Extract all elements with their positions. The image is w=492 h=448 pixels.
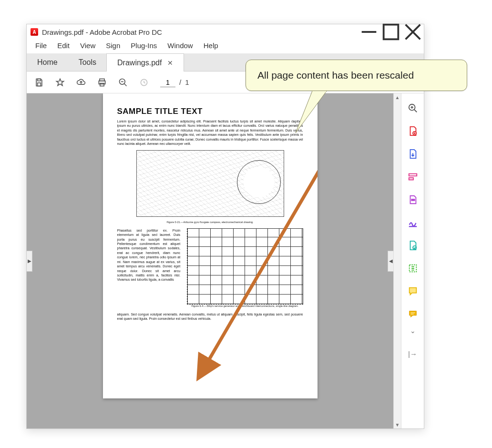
scroll-down-icon[interactable]: ▼ [394, 421, 401, 428]
menu-window[interactable]: Window [163, 41, 197, 51]
menu-edit[interactable]: Edit [52, 41, 74, 51]
doc-title: SAMPLE TITLE TEXT [117, 107, 303, 116]
tools-side-panel: ⌄ |→ [401, 93, 424, 428]
tab-tools[interactable]: Tools [68, 53, 107, 71]
print-icon[interactable] [95, 76, 109, 89]
callout-text: All page content has been rescaled [257, 70, 414, 81]
menu-plugins[interactable]: Plug-Ins [126, 41, 162, 51]
annotation-callout: All page content has been rescaled [246, 60, 467, 91]
tab-document-label: Drawings.pdf [117, 59, 162, 67]
menu-file[interactable]: File [31, 41, 51, 51]
menu-sign[interactable]: Sign [101, 41, 125, 51]
technical-diagram-2 [187, 228, 303, 305]
optimize-pdf-icon[interactable] [407, 262, 419, 275]
svg-line-11 [124, 83, 127, 86]
right-panel-toggle[interactable]: ◀ [388, 251, 393, 272]
create-pdf-icon[interactable] [407, 125, 419, 137]
callout-bubble: All page content has been rescaled [246, 60, 467, 91]
expand-panel-icon[interactable]: |→ [408, 350, 417, 358]
menu-help[interactable]: Help [199, 41, 223, 51]
svg-marker-6 [57, 79, 64, 85]
window-title: Drawings.pdf - Adobe Acrobat Pro DC [42, 28, 162, 36]
zoom-out-icon[interactable] [116, 76, 130, 89]
maximize-button[interactable] [380, 24, 402, 40]
document-viewer[interactable]: ▶ ◀ SAMPLE TITLE TEXT Lorem ipsum dolor … [27, 93, 393, 428]
figure-caption-1: Figure 0-21.—Airborne gyro fluxgate comp… [117, 221, 303, 224]
content-area: ▶ ◀ SAMPLE TITLE TEXT Lorem ipsum dolor … [27, 93, 424, 428]
scroll-up-icon[interactable]: ▲ [394, 93, 401, 101]
doc-paragraph-1: Lorem ipsum dolor sit amet, consectetur … [117, 119, 303, 146]
svg-rect-22 [409, 174, 417, 176]
svg-rect-4 [38, 79, 41, 81]
doc-paragraph-2: Phasellus sed porttitor ex. Proin elemen… [117, 228, 181, 282]
technical-diagram-1 [136, 150, 284, 217]
revert-icon[interactable] [137, 76, 151, 89]
more-tools-chevron-icon[interactable]: ⌄ [410, 327, 416, 335]
vertical-scrollbar[interactable]: ▲ ▼ [393, 93, 401, 428]
svg-rect-1 [384, 25, 399, 40]
star-icon[interactable] [53, 76, 67, 89]
fill-sign-icon[interactable] [407, 216, 419, 229]
current-page-input[interactable] [160, 78, 175, 87]
tab-document[interactable]: Drawings.pdf ✕ [106, 53, 184, 71]
total-pages: 1 [185, 78, 189, 86]
svg-rect-23 [409, 178, 413, 180]
search-plus-icon[interactable] [407, 102, 419, 114]
redact-icon[interactable] [407, 193, 419, 206]
edit-pdf-icon[interactable] [407, 171, 419, 183]
sticky-note-icon[interactable] [407, 308, 419, 320]
menu-view[interactable]: View [75, 41, 100, 51]
acrobat-app-icon: A [31, 28, 38, 36]
page-slash: / [179, 78, 181, 86]
left-panel-toggle[interactable]: ▶ [27, 251, 32, 272]
doc-paragraph-3: aliquam. Sed congue volutpat venenatis. … [117, 312, 303, 321]
title-bar: A Drawings.pdf - Adobe Acrobat Pro DC [27, 24, 424, 40]
close-button[interactable] [402, 24, 424, 40]
menu-bar: File Edit View Sign Plug-Ins Window Help [27, 40, 424, 53]
callout-tail [293, 91, 331, 134]
svg-rect-24 [411, 199, 414, 201]
page-counter: / 1 [160, 78, 189, 87]
tab-close-icon[interactable]: ✕ [167, 59, 173, 67]
tab-home[interactable]: Home [27, 53, 68, 71]
svg-rect-5 [38, 82, 41, 86]
export-pdf-icon[interactable] [407, 148, 419, 160]
pdf-page: SAMPLE TITLE TEXT Lorem ipsum dolor sit … [103, 93, 318, 398]
svg-line-16 [414, 110, 417, 112]
save-icon[interactable] [32, 76, 46, 89]
comment-icon[interactable] [407, 285, 419, 297]
minimize-button[interactable] [358, 24, 380, 40]
convert-pdf-icon[interactable] [407, 239, 419, 252]
cloud-upload-icon[interactable] [74, 76, 88, 89]
figure-caption-2: Figure 6-4.—Ship's service generator and… [187, 305, 303, 307]
